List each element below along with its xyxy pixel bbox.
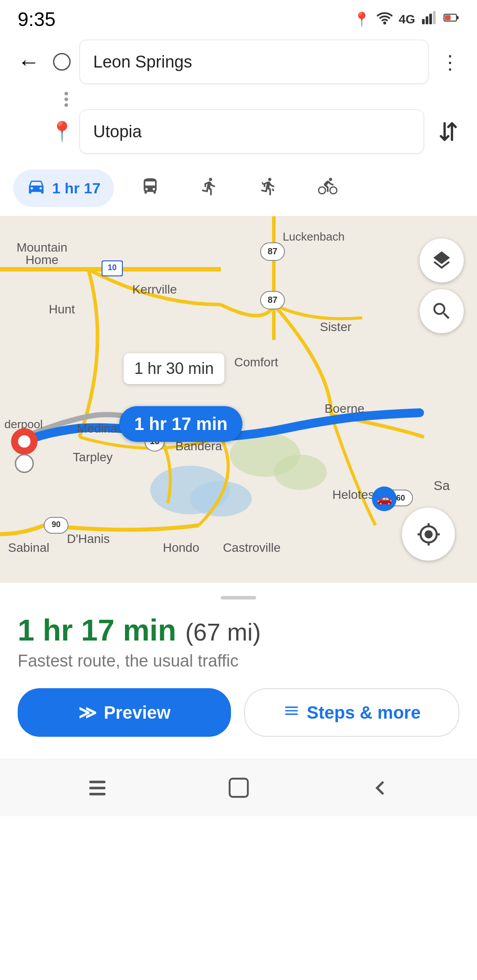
navigation-bar [0,759,477,816]
route-connector [51,91,82,107]
drag-handle[interactable] [221,596,256,599]
transit-icon [140,177,160,200]
svg-text:Boerne: Boerne [325,402,364,415]
svg-text:Helotes: Helotes [333,488,375,501]
svg-text:10: 10 [108,263,117,272]
svg-text:Hunt: Hunt [49,302,75,316]
svg-point-12 [274,455,327,490]
status-time: 9:35 [18,8,56,30]
svg-text:87: 87 [268,246,277,256]
svg-rect-6 [457,16,458,19]
svg-text:Kerrville: Kerrville [132,283,177,296]
svg-text:Comfort: Comfort [234,355,278,369]
destination-row: 📍 Utopia [13,109,464,154]
preview-label: Preview [104,703,170,723]
wifi-icon [377,10,393,29]
map-view[interactable]: 10 87 87 16 90 160 Mountain Home Hunt Ke… [0,216,477,583]
preview-button[interactable]: ≫ Preview [18,688,231,737]
origin-dot-icon [53,53,71,71]
route-distance: (67 mi) [185,618,261,646]
route-summary: 1 hr 17 min (67 mi) [18,613,459,647]
svg-text:Castroville: Castroville [223,541,281,554]
signal-icon [421,10,437,29]
nav-menu-button[interactable] [80,770,115,806]
nav-back-button[interactable] [362,770,398,806]
svg-point-0 [384,23,385,24]
svg-text:Sabinal: Sabinal [8,541,49,554]
svg-text:Luckenbach: Luckenbach [283,230,344,243]
svg-rect-2 [426,16,428,24]
svg-text:Sister: Sister [320,320,352,334]
4g-icon: 4G [399,12,415,26]
svg-text:Home: Home [26,253,59,267]
back-button[interactable]: ← [13,46,44,77]
svg-rect-1 [422,19,425,24]
svg-rect-3 [429,14,432,24]
bottom-panel: 1 hr 17 min (67 mi) Fastest route, the u… [0,583,477,759]
svg-rect-53 [89,793,106,795]
walk-mode-tab[interactable] [186,170,232,207]
route-description: Fastest route, the usual traffic [18,652,459,671]
svg-point-46 [15,455,33,472]
route-duration: 1 hr 17 min [18,613,176,647]
svg-rect-52 [89,787,106,789]
header: ← Leon Springs ⋮ 📍 Utopia [0,35,477,161]
svg-text:D'Hanis: D'Hanis [67,532,110,546]
bike-mode-tab[interactable] [305,170,351,207]
svg-text:Tarpley: Tarpley [73,450,113,464]
map-search-button[interactable] [420,289,464,333]
drive-tab-label: 1 hr 17 [52,180,101,197]
svg-text:🚗: 🚗 [377,491,392,506]
svg-text:Medina: Medina [77,422,117,435]
map-layers-button[interactable] [420,238,464,283]
svg-text:Hondo: Hondo [163,541,200,554]
hike-icon [259,177,278,200]
drive-icon [26,177,46,200]
steps-label: Steps & more [307,703,421,723]
action-buttons: ≫ Preview Steps & more [18,688,459,737]
status-icons: 📍 4G [353,10,459,29]
alternate-route-label: 1 hr 30 min [124,353,224,384]
steps-more-button[interactable]: Steps & more [244,688,459,737]
origin-row: ← Leon Springs ⋮ [13,40,464,84]
svg-point-45 [18,435,30,448]
transit-mode-tab[interactable] [127,170,173,207]
origin-input[interactable]: Leon Springs [80,40,428,84]
walk-icon [200,177,219,200]
battery-icon [443,10,459,29]
destination-input[interactable]: Utopia [80,109,424,154]
drive-mode-tab[interactable]: 1 hr 17 [13,170,114,207]
svg-rect-4 [433,11,435,24]
svg-text:87: 87 [268,295,277,305]
location-icon: 📍 [353,11,371,28]
back-arrow-icon: ← [18,49,40,75]
more-menu-button[interactable]: ⋮ [437,49,464,75]
transport-mode-tabs: 1 hr 17 [0,161,477,216]
nav-home-button[interactable] [221,770,256,806]
locate-me-button[interactable] [402,508,455,561]
preview-icon: ≫ [78,702,97,723]
svg-rect-54 [229,779,247,797]
hike-mode-tab[interactable] [246,170,292,207]
destination-pin-icon: 📍 [53,123,71,140]
status-bar: 9:35 📍 4G [0,0,477,35]
svg-text:Mountain: Mountain [16,241,67,254]
svg-rect-51 [89,780,106,783]
swap-button[interactable] [433,116,464,147]
steps-icon [283,702,300,723]
svg-text:Sa: Sa [434,478,450,493]
svg-text:90: 90 [52,520,61,529]
bike-icon [318,177,337,200]
svg-rect-7 [445,15,450,20]
main-route-label: 1 hr 17 min [119,406,242,442]
